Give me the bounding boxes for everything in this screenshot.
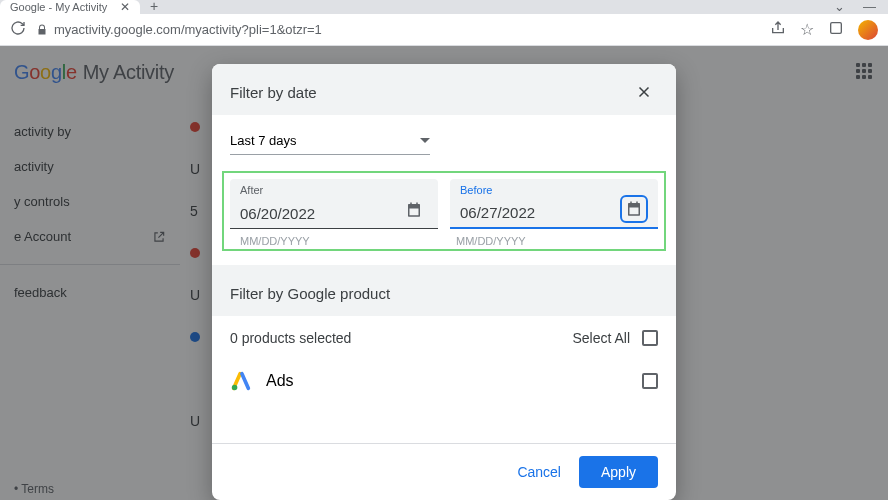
calendar-icon <box>625 200 643 218</box>
apply-button[interactable]: Apply <box>579 456 658 488</box>
modal-footer: Cancel Apply <box>212 443 676 500</box>
svg-point-1 <box>232 385 238 391</box>
browser-tab[interactable]: Google - My Activity ✕ <box>0 0 140 14</box>
product-checkbox-ads[interactable] <box>642 373 658 389</box>
minimize-icon[interactable]: — <box>863 0 876 14</box>
after-label: After <box>240 184 263 196</box>
share-icon[interactable] <box>770 20 786 40</box>
tab-bar: Google - My Activity ✕ + ⌄ — <box>0 0 888 14</box>
after-value: 06/20/2022 <box>240 205 315 222</box>
star-icon[interactable]: ☆ <box>800 20 814 39</box>
filter-by-date-header: Filter by date <box>212 64 676 115</box>
before-value: 06/27/2022 <box>460 204 535 221</box>
before-date-field[interactable]: Before 06/27/2022 <box>450 179 658 229</box>
before-calendar-button[interactable] <box>620 195 648 223</box>
date-range-select[interactable]: Last 7 days <box>230 125 430 155</box>
filter-modal: Filter by date Last 7 days After 06/20/2… <box>212 64 676 500</box>
date-range-value: Last 7 days <box>230 133 297 148</box>
lock-icon <box>36 24 48 36</box>
chevron-down-icon[interactable]: ⌄ <box>834 0 845 14</box>
window-controls: ⌄ — <box>834 0 888 14</box>
cancel-button[interactable]: Cancel <box>517 464 561 480</box>
reload-icon[interactable] <box>10 20 26 40</box>
tab-close-icon[interactable]: ✕ <box>120 0 130 14</box>
modal-scroll[interactable]: Filter by date Last 7 days After 06/20/2… <box>212 64 676 443</box>
product-row-ads[interactable]: Ads <box>212 360 676 402</box>
product-label: Ads <box>266 372 628 390</box>
url-text: myactivity.google.com/myactivity?pli=1&o… <box>54 22 322 37</box>
close-icon <box>635 83 653 101</box>
close-button[interactable] <box>624 72 664 112</box>
chevron-down-icon <box>420 138 430 143</box>
filter-by-product-header: Filter by Google product <box>212 265 676 316</box>
tab-title: Google - My Activity <box>10 1 107 13</box>
after-calendar-button[interactable] <box>400 196 428 224</box>
avatar[interactable] <box>858 20 878 40</box>
products-selected-count: 0 products selected <box>230 330 351 346</box>
extensions-icon[interactable] <box>828 20 844 40</box>
address-bar: myactivity.google.com/myactivity?pli=1&o… <box>0 14 888 46</box>
ads-icon <box>230 370 252 392</box>
after-hint: MM/DD/YYYY <box>240 235 310 247</box>
date-inputs-highlight: After 06/20/2022 Before 06/27/2022 MM/D <box>222 171 666 251</box>
calendar-icon <box>405 201 423 219</box>
before-label: Before <box>460 184 492 196</box>
select-all-checkbox[interactable] <box>642 330 658 346</box>
before-hint: MM/DD/YYYY <box>456 235 526 247</box>
svg-rect-0 <box>831 22 842 33</box>
new-tab-button[interactable]: + <box>140 0 168 14</box>
select-all-label: Select All <box>572 330 630 346</box>
after-date-field[interactable]: After 06/20/2022 <box>230 179 438 229</box>
url-field[interactable]: myactivity.google.com/myactivity?pli=1&o… <box>36 22 760 37</box>
